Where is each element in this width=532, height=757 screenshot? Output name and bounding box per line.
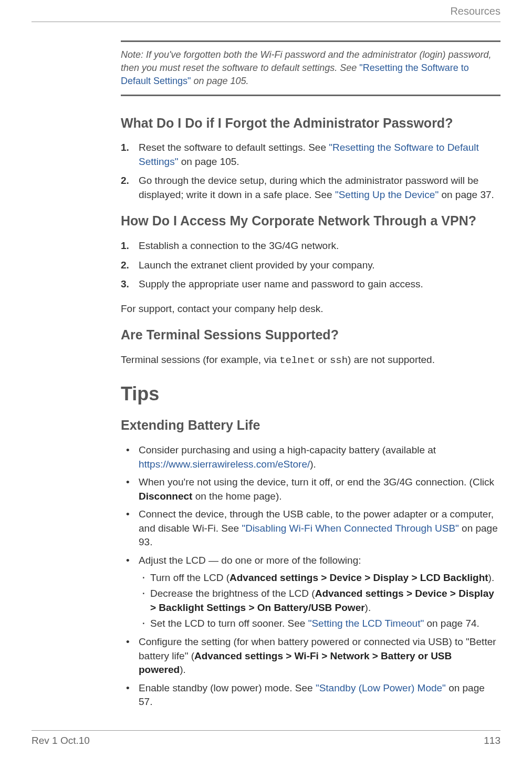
text: Consider purchasing and using a high-cap… <box>139 444 436 455</box>
heading-tips: Tips <box>121 383 500 405</box>
footer-revision: Rev 1 Oct.10 <box>32 735 90 746</box>
list-text: on page 105. <box>178 156 239 167</box>
text: ). <box>365 602 371 613</box>
list-item: Turn off the LCD (Advanced settings > De… <box>150 571 500 585</box>
bullet-list-tips: Consider purchasing and using a high-cap… <box>121 443 500 709</box>
note-text: Note: If you've forgotten both the Wi-Fi… <box>121 49 492 86</box>
page-footer: Rev 1 Oct.10 113 <box>32 730 500 746</box>
text: ). <box>310 459 316 470</box>
document-page: Resources Note: If you've forgotten both… <box>0 0 532 757</box>
ui-label: Disconnect <box>139 491 192 502</box>
code-text: ssh <box>330 355 348 366</box>
sub-list: Turn off the LCD (Advanced settings > De… <box>139 571 500 631</box>
ui-path: Advanced settings > Device > Display > L… <box>230 572 488 583</box>
heading-extending-battery: Extending Battery Life <box>121 417 500 434</box>
paragraph: For support, contact your company help d… <box>121 302 500 316</box>
list-item: Go through the device setup, during whic… <box>139 174 500 202</box>
list-item: Connect the device, through the USB cabl… <box>139 507 500 549</box>
text: or <box>315 354 329 365</box>
note-box: Note: If you've forgotten both the Wi-Fi… <box>121 40 500 96</box>
text: Enable standby (low power) mode. See <box>139 682 316 693</box>
list-item: Establish a connection to the 3G/4G netw… <box>139 239 500 253</box>
note-suffix: on page 105. <box>191 76 248 86</box>
list-item: Adjust the LCD — do one or more of the f… <box>139 554 500 631</box>
content-area: Note: If you've forgotten both the Wi-Fi… <box>121 22 500 709</box>
heading-terminal-sessions: Are Terminal Sessions Supported? <box>121 326 500 344</box>
ordered-list-section1: Reset the software to default settings. … <box>121 141 500 202</box>
list-item: Consider purchasing and using a high-cap… <box>139 443 500 471</box>
text: on the home page). <box>192 491 281 502</box>
text: Terminal sessions (for example, via <box>121 354 279 365</box>
list-item: Configure the setting (for when battery … <box>139 635 500 677</box>
list-text: Reset the software to default settings. … <box>139 142 329 153</box>
cross-ref-link[interactable]: "Setting Up the Device" <box>335 189 439 200</box>
ordered-list-section2: Establish a connection to the 3G/4G netw… <box>121 239 500 292</box>
list-item: Reset the software to default settings. … <box>139 141 500 169</box>
text: Turn off the LCD ( <box>150 572 230 583</box>
list-item: When you're not using the device, turn i… <box>139 475 500 503</box>
text: ). <box>488 572 495 583</box>
section-header: Resources <box>32 5 500 22</box>
code-text: telnet <box>279 355 315 366</box>
text: on page 74. <box>424 618 479 629</box>
external-link[interactable]: https://www.sierrawireless.com/eStore/ <box>139 459 310 470</box>
list-item: Enable standby (low power) mode. See "St… <box>139 681 500 709</box>
list-item: Set the LCD to turn off sooner. See "Set… <box>150 617 500 631</box>
text: ) are not supported. <box>348 354 435 365</box>
cross-ref-link[interactable]: "Standby (Low Power) Mode" <box>316 682 446 693</box>
list-item: Supply the appropriate user name and pas… <box>139 277 500 292</box>
heading-forgot-admin-password: What Do I Do if I Forgot the Administrat… <box>121 115 500 132</box>
footer-page-number: 113 <box>484 735 500 746</box>
text: Decrease the brightness of the LCD ( <box>150 588 315 599</box>
paragraph: Terminal sessions (for example, via teln… <box>121 353 500 368</box>
cross-ref-link[interactable]: "Disabling Wi-Fi When Connected Through … <box>242 523 458 534</box>
list-text: on page 37. <box>439 189 494 200</box>
text: Set the LCD to turn off sooner. See <box>150 618 308 629</box>
text: When you're not using the device, turn i… <box>139 476 494 488</box>
text: Adjust the LCD — do one or more of the f… <box>139 555 361 566</box>
text: ). <box>180 664 186 675</box>
heading-vpn-access: How Do I Access My Corporate Network Thr… <box>121 212 500 230</box>
list-item: Launch the extranet client provided by y… <box>139 258 500 273</box>
list-item: Decrease the brightness of the LCD (Adva… <box>150 587 500 615</box>
cross-ref-link[interactable]: "Setting the LCD Timeout" <box>308 618 424 629</box>
